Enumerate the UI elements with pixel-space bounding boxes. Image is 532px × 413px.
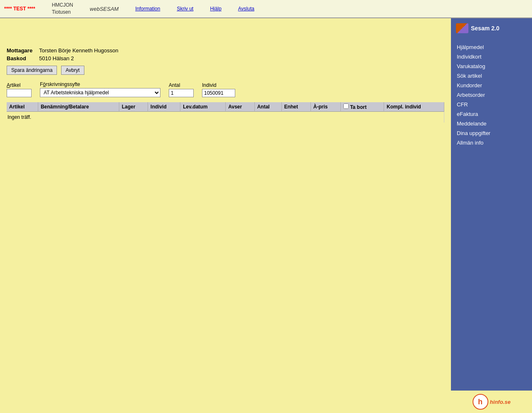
th-avser: Avser xyxy=(226,102,254,112)
sidebar-item-kundorder[interactable]: Kundorder xyxy=(451,81,532,90)
hinfo-logo: h hinfo.se xyxy=(473,394,511,410)
cancel-button[interactable]: Avbryt xyxy=(61,66,84,75)
individ-label: Individ xyxy=(202,82,235,88)
article-table: Artikel Benämning/Betalare Lager Individ… xyxy=(7,102,444,123)
baskod-row: Baskod 5010 Hälsan 2 xyxy=(7,55,444,61)
individ-group: Individ xyxy=(202,82,235,97)
avsluta-link[interactable]: Avsluta xyxy=(238,6,254,12)
antal-group: Antal xyxy=(169,82,194,97)
th-levdatum: Lev.datum xyxy=(180,102,226,112)
th-individ: Individ xyxy=(148,102,180,112)
sidebar-item-varukatalog[interactable]: Varukatalog xyxy=(451,61,532,71)
forskriv-select[interactable]: AT Arbetstekniska hjälpmedel Förflyttnin… xyxy=(40,88,160,97)
tabort-checkbox-header[interactable] xyxy=(343,103,349,109)
hmcjon-info: HMCJON Tiotusen xyxy=(52,2,73,16)
save-button[interactable]: Spara ändringarna xyxy=(7,66,57,75)
websesam-label: webSESAM xyxy=(90,6,118,12)
antal-input[interactable] xyxy=(169,89,194,97)
baskod-value: 5010 Hälsan 2 xyxy=(39,55,74,61)
baskod-label: Baskod xyxy=(7,55,36,61)
sidebar: Sesam 2.0 Hjälpmedel Individkort Varukat… xyxy=(451,18,532,413)
th-lager: Lager xyxy=(119,102,148,112)
sidebar-nav: Hjälpmedel Individkort Varukatalog Sök a… xyxy=(451,42,532,148)
table-header-row: Artikel Benämning/Betalare Lager Individ… xyxy=(7,102,444,112)
mottagare-value: Torsten Börje Kenneth Hugosson xyxy=(39,47,118,54)
table-row-empty: Ingen träff. xyxy=(7,112,444,123)
mottagare-label: Mottagare xyxy=(7,47,36,54)
sidebar-item-efaktura[interactable]: eFaktura xyxy=(451,109,532,119)
th-enhet: Enhet xyxy=(281,102,310,112)
information-link[interactable]: Information xyxy=(135,6,160,12)
hjalp-link[interactable]: Hjälp xyxy=(210,6,221,12)
sesam-logo-icon xyxy=(456,23,468,33)
artikel-label: Artikel xyxy=(7,82,32,88)
sidebar-item-allmaninfo[interactable]: Allmän info xyxy=(451,138,532,148)
th-tabort: Ta bort xyxy=(340,102,384,112)
artikel-group: Artikel xyxy=(7,82,32,97)
th-benamning: Benämning/Betalare xyxy=(38,102,119,112)
skriv-ut-link[interactable]: Skriv ut xyxy=(177,6,193,12)
sidebar-item-cfr[interactable]: CFR xyxy=(451,100,532,109)
th-komplindivid: Kompl. individ xyxy=(384,102,444,112)
sesam-logo: Sesam 2.0 xyxy=(451,18,505,38)
th-antal: Antal xyxy=(254,102,281,112)
th-apris: À-pris xyxy=(310,102,340,112)
sidebar-item-meddelande[interactable]: Meddelande xyxy=(451,119,532,128)
patient-info: Mottagare Torsten Börje Kenneth Hugosson… xyxy=(7,47,444,61)
sidebar-item-individkort[interactable]: Individkort xyxy=(451,52,532,61)
hinfo-circle: h xyxy=(473,394,488,410)
sidebar-item-dinauppgifter[interactable]: Dina uppgifter xyxy=(451,128,532,138)
sidebar-item-sokartikel[interactable]: Sök artikel xyxy=(451,71,532,81)
antal-label: Antal xyxy=(169,82,194,88)
sidebar-item-hjalpmedel[interactable]: Hjälpmedel xyxy=(451,42,532,52)
artikel-input[interactable] xyxy=(7,89,32,97)
forskriv-label: Förskrivningssyfte xyxy=(40,81,160,87)
hinfo-section: h hinfo.se xyxy=(451,391,532,413)
sesam-logo-text: Sesam 2.0 xyxy=(471,25,500,32)
th-artikel: Artikel xyxy=(7,102,38,112)
layout: Mottagare Torsten Börje Kenneth Hugosson… xyxy=(0,18,532,413)
hinfo-h: h xyxy=(478,398,483,406)
sidebar-item-arbetsorder[interactable]: Arbetsorder xyxy=(451,90,532,100)
hinfo-text: hinfo.se xyxy=(490,399,511,405)
forskriv-group: Förskrivningssyfte AT Arbetstekniska hjä… xyxy=(40,81,160,97)
form-row: Artikel Förskrivningssyfte AT Arbetstekn… xyxy=(7,81,444,97)
main-content: Mottagare Torsten Börje Kenneth Hugosson… xyxy=(0,18,451,413)
ingen-traff: Ingen träff. xyxy=(7,112,444,123)
test-label: **** TEST **** xyxy=(4,6,35,12)
button-row: Spara ändringarna Avbryt xyxy=(7,66,444,75)
individ-input[interactable] xyxy=(202,89,235,97)
mottagare-row: Mottagare Torsten Börje Kenneth Hugosson xyxy=(7,47,444,54)
topbar: **** TEST **** HMCJON Tiotusen webSESAM … xyxy=(0,0,532,18)
